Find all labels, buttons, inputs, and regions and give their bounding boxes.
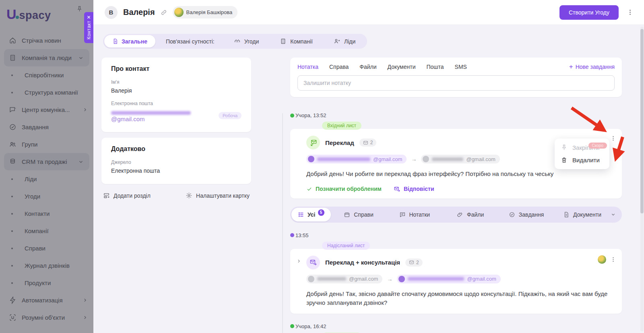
composer-tab-files[interactable]: Файли [359,64,376,70]
contact-avatar: В [105,6,118,19]
composer-tab-note[interactable]: Нотатка [297,64,318,70]
composer-tab-mail[interactable]: Пошта [426,64,444,70]
contact-panel-tab[interactable]: ✕ Контакт [84,12,93,43]
deal-icon [234,38,241,45]
context-menu-pin[interactable]: Закріпити Скоро [555,141,609,154]
list-icon [298,211,304,218]
source-field-label: Джерело [111,159,242,165]
redacted-email [317,277,346,281]
sidebar: Uspacy Стрічка новин Компанія та люди Сп… [0,0,93,333]
mail-icon [394,186,400,192]
recipient-email-chip[interactable]: @gmail.com [421,155,500,163]
recipient-avatar [423,156,429,162]
timeline-entry-time: Учора, 16:42 [290,323,622,329]
entry-context-menu: Закріпити Скоро Видалити [555,139,609,169]
pin-icon [561,144,568,151]
filter-documents[interactable]: Документи [554,211,610,218]
sender-email-chip[interactable]: @gmail.com [306,155,407,163]
tab-deals[interactable]: Угоди [223,38,270,45]
context-menu-delete[interactable]: Видалити [555,154,609,166]
filter-activities[interactable]: Справи [331,211,387,218]
copy-link-icon[interactable] [161,9,167,16]
soon-badge: Скоро [588,143,607,149]
email-subject[interactable]: Переклад + консультація [325,259,400,266]
doc-icon [112,38,118,44]
filter-tasks[interactable]: Завдання [498,211,554,218]
timeline-column: Нотатка Справа Файли Документи Пошта SMS… [281,58,622,333]
timeline-dot-outgoing [290,233,294,237]
paperclip-icon [457,211,463,218]
scrollbar-thumb[interactable] [640,29,644,213]
entry-kebab-icon[interactable] [610,135,616,141]
filter-notes[interactable]: Нотатки [386,211,442,218]
email-field-row[interactable]: @gmail.com Робоча [111,109,242,122]
add-section-button[interactable]: Додати розділ [103,192,151,199]
panel-tab-label: Контакт [86,20,92,41]
reply-button[interactable]: Відповісти [394,186,434,192]
mail-count-chip: 2 [405,259,423,267]
additional-card: Додатково Джерело Електронна пошта [101,138,251,184]
header-kebab-icon[interactable] [627,9,634,16]
card-title: Про контакт [111,65,242,72]
sender-email-chip[interactable]: @gmail.com [306,275,382,283]
close-icon[interactable]: ✕ [87,15,91,20]
composer-tab-sms[interactable]: SMS [455,64,467,70]
chevron-down-icon[interactable] [610,211,616,217]
sender-avatar [308,156,314,162]
entry-type-badge: Вхідний лист [322,122,361,130]
mail-icon [409,260,414,265]
check-icon [306,186,312,192]
related-entities-label: Пов'язані сутності: [155,38,223,45]
recipient-email-chip[interactable]: @gmail.com [397,275,500,283]
timeline-dot-incoming [290,114,294,118]
gear-icon [186,192,192,199]
contact-header: В Валерія Валерія Башкірова Створити Уго… [93,0,644,25]
expand-chevron-icon[interactable] [296,259,301,264]
composer-tab-activity[interactable]: Справа [329,64,349,70]
filter-all[interactable]: Усі5 [291,208,331,221]
tab-companies[interactable]: Компанії [269,38,323,45]
contact-info-column: Про контакт Ім'я Валерія Електронна пошт… [101,58,251,333]
comment-icon [399,211,406,218]
owner-name: Валерія Башкірова [186,9,233,15]
building-icon [280,38,287,45]
email-body-preview[interactable]: Добрий день! Чи робите ви переклад фраз … [306,170,613,179]
filter-files[interactable]: Файли [442,211,498,218]
tab-general[interactable]: Загальне [104,35,155,48]
redacted-email [432,157,463,161]
composer-tab-documents[interactable]: Документи [388,64,416,70]
name-field-label: Ім'я [111,79,242,85]
redacted-email [408,277,464,281]
contact-content: Загальне Пов'язані сутності: Угоди Компа… [93,25,644,333]
owner-chip[interactable]: Валерія Башкірова [173,6,238,19]
timeline-rail [282,113,283,333]
page-title: Валерія [123,8,155,17]
filter-count-badge: 5 [318,209,324,216]
configure-card-button[interactable]: Налаштувати картку [186,192,250,199]
note-input[interactable] [297,75,615,91]
plus-icon: + [569,64,573,70]
sidebar-dim-overlay [0,0,93,333]
source-field-value[interactable]: Електронна пошта [111,168,242,174]
timeline-dot-incoming [290,324,294,328]
create-deal-button[interactable]: Створити Угоду [559,5,619,20]
entry-type-badge: Надісланий лист [322,242,370,250]
about-contact-card: Про контакт Ім'я Валерія Електронна пошт… [101,58,251,132]
redacted-email [111,111,191,115]
author-avatar [598,255,606,264]
activity-composer: Нотатка Справа Файли Документи Пошта SMS… [290,58,622,97]
new-task-button[interactable]: +Нове завдання [569,64,615,70]
email-subject[interactable]: Переклад [325,139,354,146]
arrow-right-icon: → [387,276,392,282]
name-field-value[interactable]: Валерія [111,87,242,94]
entry-kebab-icon[interactable] [610,256,616,263]
outgoing-mail-icon [306,256,320,269]
doc-icon [563,211,570,218]
email-body-preview[interactable]: Добрий день! Так, звісно давайте спочатк… [306,290,613,308]
mail-icon [363,140,368,145]
incoming-mail-icon [306,136,320,149]
entity-tabs: Загальне Пов'язані сутності: Угоди Компа… [103,34,367,49]
mail-count-chip: 2 [359,139,377,147]
mark-processed-button[interactable]: Позначити обробленим [306,186,382,192]
tab-leads[interactable]: Ліди [323,38,366,45]
